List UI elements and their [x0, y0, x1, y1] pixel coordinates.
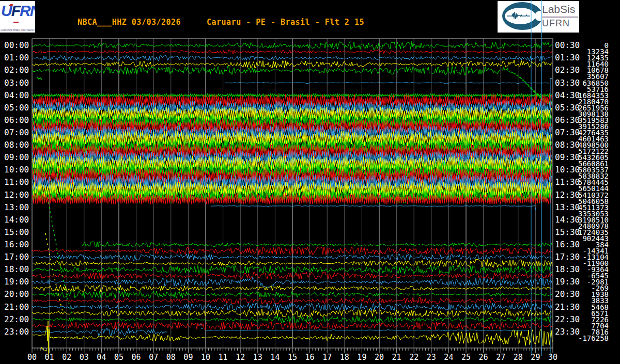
page: UFRN UNIVERSIDADE FEDERAL DO RIO GRANDE …: [0, 0, 620, 364]
amplitude-value: 3198510: [578, 216, 609, 224]
left-time-label: 08:00: [4, 140, 29, 150]
right-time-label: 15:30: [555, 227, 580, 237]
amplitude-value: 4601463: [578, 135, 609, 143]
right-time-label: 18:30: [555, 264, 580, 274]
trace-row-08:00: [33, 138, 551, 153]
amplitude-value: 6571: [591, 309, 609, 318]
x-tick-label: 27: [496, 353, 505, 362]
amplitude-value: 13234: [587, 48, 609, 56]
amplitude-value: 2180470: [578, 98, 609, 106]
blip-green-2: [113, 118, 120, 124]
right-time-label: 10:30: [555, 165, 580, 175]
amplitude-value: 12435: [587, 54, 609, 62]
left-time-label: 11:00: [4, 177, 29, 187]
trace-rows: [33, 41, 552, 356]
trace-row-00:00: [33, 41, 552, 50]
right-time-label: 22:30: [555, 314, 580, 324]
labsis-logo: LabSis UFRN: [498, 1, 579, 33]
trace-row-16:00: [82, 242, 552, 247]
left-time-label: 09:00: [4, 152, 29, 162]
x-tick-label: 16: [305, 353, 315, 362]
x-tick-label: 18: [340, 353, 349, 362]
x-tick-label: 22: [409, 353, 419, 362]
x-tick-label: 05: [114, 353, 123, 362]
left-time-label: 10:00: [4, 165, 29, 175]
x-tick-label: 17: [322, 353, 332, 362]
trace-row-r37: [33, 272, 552, 279]
trace-row-22:00: [33, 315, 552, 323]
left-time-label: 23:00: [4, 327, 29, 337]
trace-row-r41: [33, 297, 552, 305]
x-tick-label: 01: [45, 353, 54, 362]
amplitude-value: 4276435: [578, 129, 609, 137]
trace-row-07:00: [33, 125, 551, 140]
trace-row-19:00: [33, 277, 552, 287]
trace-row-r23: [33, 181, 551, 198]
amplitude-value: 636850: [582, 79, 609, 87]
right-time-label: 05:30: [555, 103, 580, 113]
trace-row-r43: [33, 309, 552, 317]
trace-row-06:00: [33, 113, 551, 128]
amplitude-value: -14341: [582, 247, 609, 255]
amplitude-value: 5650144: [578, 184, 609, 193]
x-tick-label: 06: [132, 353, 141, 362]
x-tick-label: 29: [531, 353, 540, 362]
right-time-label: 09:30: [555, 152, 580, 162]
x-tick-label: 12: [236, 353, 245, 362]
x-tick-label: 20: [375, 353, 384, 362]
amplitude-value: 3519583: [578, 116, 609, 124]
left-time-label: 13:00: [4, 202, 29, 212]
left-time-label: 02:00: [4, 65, 29, 75]
x-tick-label: 08: [166, 353, 176, 362]
trace-row-r13: [33, 118, 551, 133]
amplitude-value: 2651956: [578, 104, 609, 112]
left-time-label: 18:00: [4, 264, 29, 274]
amplitude-value: 5660861: [578, 160, 609, 168]
amplitude-value: 35607: [587, 72, 609, 81]
trace-row-13:00: [211, 205, 536, 210]
amplitude-value: 3915286: [578, 122, 609, 131]
labsis-logo-title: LabSis: [542, 3, 578, 18]
amplitude-value: 4511373: [578, 203, 609, 212]
right-time-label: 21:30: [555, 302, 580, 312]
trace-row-18:00: [33, 265, 552, 274]
right-time-label: 12:30: [555, 190, 580, 200]
amplitude-value: -176258: [578, 334, 609, 342]
right-time-label: 06:30: [555, 115, 580, 125]
amplitude-value: -11900: [582, 259, 609, 267]
amplitude-value: 5432605: [578, 153, 609, 162]
left-time-label: 17:00: [4, 252, 29, 262]
spill-yellow: [41, 347, 47, 351]
left-time-label: 14:00: [4, 215, 29, 225]
amplitude-value: 1684353: [578, 91, 609, 100]
right-time-label: 23:30: [555, 327, 580, 337]
trace-row-r3: [33, 60, 552, 68]
amplitude-value: 7816: [591, 328, 609, 336]
amplitude-value: 53716: [587, 85, 609, 93]
amplitude-value: 0: [605, 41, 609, 50]
left-time-label: 15:00: [4, 227, 29, 237]
amplitude-value: 5784445: [578, 178, 609, 186]
left-time-label: 05:00: [4, 103, 29, 113]
trace-row-r11: [33, 106, 551, 121]
right-time-labels: 00:3001:3002:3003:3004:3005:3006:3007:30…: [555, 40, 580, 337]
right-time-label: 08:30: [555, 140, 580, 150]
amplitude-value: 10678: [587, 66, 609, 74]
right-time-label: 00:30: [555, 40, 580, 50]
x-tick-label: 14: [270, 353, 280, 362]
ufrn-logo: UFRN UNIVERSIDADE FEDERAL DO RIO GRANDE …: [0, 1, 35, 33]
trace-row-r9: [33, 94, 551, 107]
amplitude-value: -9364: [587, 265, 609, 274]
amplitude-value: 5803537: [578, 166, 609, 174]
amplitude-value: 3833: [591, 296, 609, 305]
cursor-markers: [531, 0, 550, 356]
trace-row-r45: [33, 322, 552, 330]
amplitude-value: 7226: [591, 315, 609, 324]
right-time-label: 16:30: [555, 240, 580, 249]
right-time-label: 07:30: [555, 128, 580, 137]
x-tick-label: 02: [62, 353, 71, 362]
amplitude-value: -269: [591, 284, 609, 292]
trace-row-r17: [33, 144, 551, 159]
x-tick-label: 10: [201, 353, 210, 362]
right-time-label: 02:30: [555, 65, 580, 75]
